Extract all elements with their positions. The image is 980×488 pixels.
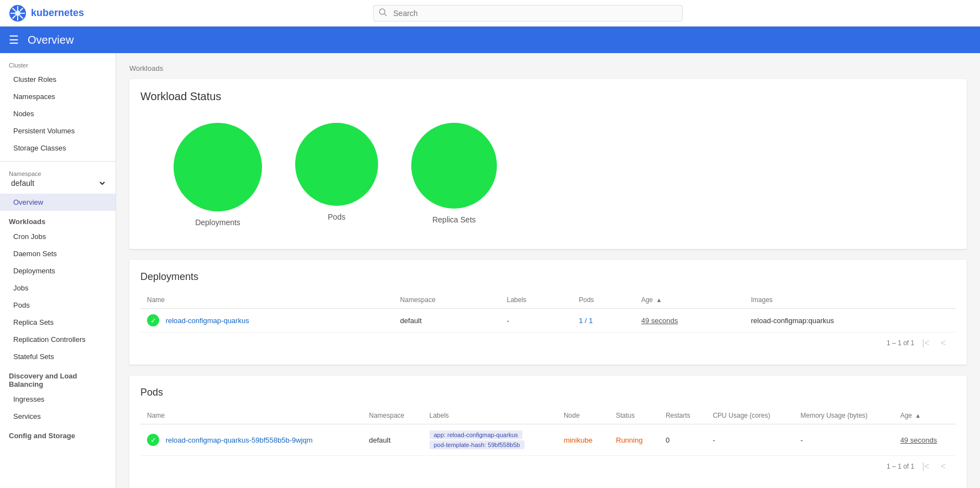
pods-col-memory: Memory Usage (bytes) (794, 407, 893, 424)
sidebar-item-deployments[interactable]: Deployments (0, 262, 116, 279)
pod-name-link[interactable]: reload-configmap-quarkus-59bf558b5b-9wjq… (166, 436, 313, 444)
deployment-age-cell: 49 seconds (635, 309, 745, 333)
pod-namespace-cell: default (363, 424, 423, 456)
col-age: Age ▲ (635, 292, 745, 309)
deployments-circle (174, 123, 262, 211)
pods-col-status: Status (609, 407, 659, 424)
search-icon (379, 8, 387, 18)
sidebar-item-namespaces[interactable]: Namespaces (0, 88, 116, 105)
sidebar-item-services[interactable]: Services (0, 408, 116, 425)
sidebar-item-pods[interactable]: Pods (0, 297, 116, 314)
workload-status-title: Workload Status (140, 90, 956, 103)
pods-age-sort-icon: ▲ (915, 412, 921, 419)
pod-node-link[interactable]: minikube (564, 436, 593, 444)
status-check-icon: ✓ (147, 314, 159, 326)
sidebar-item-cluster-roles[interactable]: Cluster Roles (0, 71, 116, 88)
svg-line-11 (384, 14, 386, 16)
namespace-selector: Namespace default (0, 166, 116, 194)
logo: kubernetes (9, 4, 84, 22)
workload-status-card: Workload Status Deployments Pods Replica… (129, 79, 967, 249)
sidebar-item-persistent-volumes[interactable]: Persistent Volumes (0, 122, 116, 139)
sidebar-item-storage-classes[interactable]: Storage Classes (0, 139, 116, 157)
deployment-images-cell: reload-configmap:quarkus (744, 309, 956, 333)
pods-circle (295, 123, 378, 206)
deployments-prev-page-btn[interactable]: < (937, 337, 949, 349)
col-namespace: Namespace (394, 292, 500, 309)
pods-pagination: 1 – 1 of 1 |< < (140, 456, 956, 477)
deployments-card: Deployments Name Namespace Labels Pods A… (129, 260, 967, 365)
pods-prev-page-btn[interactable]: < (937, 460, 949, 473)
page-title: Overview (28, 34, 74, 46)
deployments-table: Name Namespace Labels Pods Age ▲ Images … (140, 292, 956, 333)
breadcrumb: Workloads (129, 64, 967, 72)
sidebar: Cluster Cluster Roles Namespaces Nodes P… (0, 53, 116, 488)
namespace-dropdown[interactable]: default (9, 177, 107, 189)
pods-col-restarts: Restarts (659, 407, 706, 424)
search-bar (373, 5, 683, 22)
hamburger-icon[interactable]: ☰ (9, 33, 19, 46)
pod-node-cell: minikube (557, 424, 609, 456)
status-circles-container: Deployments Pods Replica Sets (140, 112, 956, 238)
main-layout: Cluster Cluster Roles Namespaces Nodes P… (0, 53, 980, 488)
deployment-name-cell: ✓ reload-configmap-quarkus (140, 309, 394, 333)
sidebar-item-ingresses[interactable]: Ingresses (0, 391, 116, 408)
deployment-age-value: 49 seconds (641, 316, 678, 325)
deployment-namespace-cell: default (394, 309, 500, 333)
replica-sets-circle-label: Replica Sets (432, 215, 476, 224)
discovery-section-label: Discovery and Load Balancing (0, 365, 116, 391)
deployments-pagination-text: 1 – 1 of 1 (887, 339, 914, 347)
kubernetes-logo-icon (9, 4, 27, 22)
pods-col-node: Node (557, 407, 609, 424)
pods-col-age: Age ▲ (894, 407, 956, 424)
svg-point-1 (15, 11, 20, 16)
pods-col-namespace: Namespace (363, 407, 423, 424)
pod-status-check-icon: ✓ (147, 434, 159, 446)
deployments-table-header: Name Namespace Labels Pods Age ▲ Images (140, 292, 956, 309)
deployment-labels-cell: - (500, 309, 572, 333)
replica-sets-circle-item[interactable]: Replica Sets (411, 123, 497, 227)
sidebar-item-daemon-sets[interactable]: Daemon Sets (0, 245, 116, 262)
sidebar-divider-1 (0, 161, 116, 162)
age-sort-icon: ▲ (656, 297, 662, 303)
col-images: Images (744, 292, 956, 309)
pod-age-value: 49 seconds (900, 436, 937, 444)
pod-restarts-cell: 0 (659, 424, 706, 456)
sidebar-item-overview[interactable]: Overview (0, 194, 116, 211)
pod-age-cell: 49 seconds (894, 424, 956, 456)
pod-name-cell: ✓ reload-configmap-quarkus-59bf558b5b-9w… (140, 424, 363, 456)
config-section-label: Config and Storage (0, 425, 116, 442)
pod-status-cell: Running (609, 424, 659, 456)
namespace-label: Namespace (9, 170, 107, 177)
pods-table-header: Name Namespace Labels Node Status Restar… (140, 407, 956, 424)
sidebar-item-nodes[interactable]: Nodes (0, 105, 116, 122)
sidebar-item-jobs[interactable]: Jobs (0, 279, 116, 297)
col-name: Name (140, 292, 394, 309)
sidebar-item-replication-controllers[interactable]: Replication Controllers (0, 331, 116, 348)
deployments-circle-item[interactable]: Deployments (174, 123, 262, 227)
deployments-pagination: 1 – 1 of 1 |< < (140, 333, 956, 354)
cluster-section-label: Cluster (0, 53, 116, 71)
pod-label-1: app: reload-configmap-quarkus (429, 430, 522, 439)
sidebar-item-replica-sets[interactable]: Replica Sets (0, 314, 116, 331)
pod-cpu-cell: - (706, 424, 794, 456)
pod-labels-cell: app: reload-configmap-quarkus pod-templa… (423, 424, 557, 456)
pods-first-page-btn[interactable]: |< (919, 460, 933, 473)
header-bar: ☰ Overview (0, 27, 980, 53)
deployments-table-title: Deployments (140, 271, 956, 283)
pods-circle-label: Pods (328, 212, 345, 221)
sidebar-item-stateful-sets[interactable]: Stateful Sets (0, 348, 116, 365)
pods-circle-item[interactable]: Pods (295, 123, 378, 227)
workloads-section-label: Workloads (0, 211, 116, 228)
pods-card: Pods Name Namespace Labels Node Status R… (129, 376, 967, 488)
deployment-name-link[interactable]: reload-configmap-quarkus (166, 316, 249, 325)
sidebar-item-cron-jobs[interactable]: Cron Jobs (0, 228, 116, 245)
search-input[interactable] (373, 5, 683, 22)
pod-memory-cell: - (794, 424, 893, 456)
col-pods: Pods (572, 292, 635, 309)
deployments-first-page-btn[interactable]: |< (919, 337, 933, 349)
main-content: Workloads Workload Status Deployments Po… (116, 53, 980, 488)
pods-col-cpu: CPU Usage (cores) (706, 407, 794, 424)
table-row: ✓ reload-configmap-quarkus default - 1 /… (140, 309, 956, 333)
pods-table-title: Pods (140, 387, 956, 398)
pod-label-2: pod-template-hash: 59bf558b5b (429, 440, 525, 449)
